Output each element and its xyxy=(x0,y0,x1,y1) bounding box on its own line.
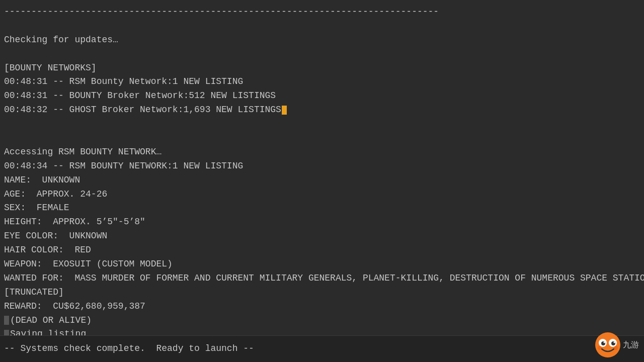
wanted-line: WANTED FOR: MASS MURDER OF FORMER AND CU… xyxy=(4,272,640,286)
jiuyou-badge: 九游 xyxy=(595,332,639,358)
age-line: AGE: APPROX. 24-26 xyxy=(4,188,640,202)
empty-line-3 xyxy=(4,117,640,131)
weapon-line: WEAPON: EXOSUIT (CUSTOM MODEL) xyxy=(4,257,640,272)
status-text: -- Systems check complete. Ready to laun… xyxy=(4,342,254,356)
accessing-line: Accessing RSM BOUNTY NETWORK… xyxy=(4,145,640,159)
status-bar: -- Systems check complete. Ready to laun… xyxy=(0,335,644,362)
jiuyou-text: 九游 xyxy=(623,339,639,351)
log-line-1: 00:48:31 -- RSM Bounty Network:1 NEW LIS… xyxy=(4,75,640,89)
jiuyou-icon xyxy=(595,332,621,358)
empty-line-4 xyxy=(4,131,640,145)
separator-line: ----------------------------------------… xyxy=(4,5,640,19)
svg-point-7 xyxy=(598,346,602,350)
height-line: HEIGHT: APPROX. 5’5″-5’8″ xyxy=(4,215,640,229)
svg-point-8 xyxy=(614,346,618,350)
empty-line-2 xyxy=(4,47,640,61)
terminal: ----------------------------------------… xyxy=(0,0,644,362)
log-line-2: 00:48:31 -- BOUNTY Broker Network:512 NE… xyxy=(4,89,640,103)
cursor-block xyxy=(282,106,287,115)
name-line: NAME: UNKNOWN xyxy=(4,173,640,188)
dead-or-alive-line: (DEAD OR ALIVE) xyxy=(4,314,640,328)
checkbox-icon xyxy=(4,316,9,325)
log-line-4: 00:48:34 -- RSM BOUNTY NETWORK:1 NEW LIS… xyxy=(4,159,640,173)
empty-line-1 xyxy=(4,19,640,33)
truncated-line: [TRUNCATED] xyxy=(4,286,640,300)
sex-line: SEX: FEMALE xyxy=(4,201,640,215)
checking-line: Checking for updates… xyxy=(4,33,640,47)
svg-point-5 xyxy=(604,342,605,343)
svg-point-6 xyxy=(614,342,615,343)
eye-color-line: EYE COLOR: UNKNOWN xyxy=(4,229,640,243)
bounty-header: [BOUNTY NETWORKS] xyxy=(4,61,640,75)
hair-color-line: HAIR COLOR: RED xyxy=(4,243,640,257)
reward-line: REWARD: CU$62,680,959,387 xyxy=(4,300,640,314)
log-line-3: 00:48:32 -- GHOST Broker Network:1,693 N… xyxy=(4,103,640,117)
svg-point-0 xyxy=(595,332,620,357)
